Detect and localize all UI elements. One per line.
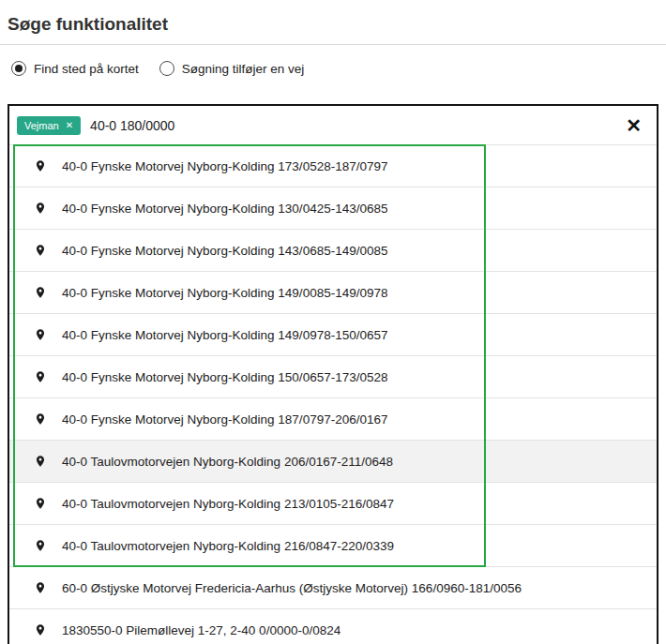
result-item[interactable]: 1830550-0 Pilemøllevej 1-27, 2-40 0/0000… xyxy=(9,608,657,644)
result-item[interactable]: 40-0 Fynske Motorvej Nyborg-Kolding 149/… xyxy=(9,271,657,313)
search-bar[interactable]: Vejman ✕ 40-0 180/0000 ✕ xyxy=(9,106,657,144)
result-label: 40-0 Fynske Motorvej Nyborg-Kolding 150/… xyxy=(62,370,387,384)
radio-selected-icon xyxy=(11,61,26,76)
result-list: 40-0 Fynske Motorvej Nyborg-Kolding 173/… xyxy=(9,144,657,644)
result-label: 40-0 Fynske Motorvej Nyborg-Kolding 187/… xyxy=(62,412,387,427)
result-item[interactable]: 40-0 Taulovmotorvejen Nyborg-Kolding 213… xyxy=(9,482,657,524)
location-pin-icon xyxy=(34,326,47,343)
location-pin-icon xyxy=(34,368,47,385)
location-pin-icon xyxy=(34,284,47,301)
result-label: 40-0 Fynske Motorvej Nyborg-Kolding 130/… xyxy=(62,202,387,216)
clear-search-icon[interactable]: ✕ xyxy=(622,114,645,137)
tag-remove-icon[interactable]: ✕ xyxy=(66,121,73,130)
vejman-filter-tag: Vejman ✕ xyxy=(17,116,81,135)
result-item[interactable]: 40-0 Fynske Motorvej Nyborg-Kolding 149/… xyxy=(9,313,657,355)
radio-label: Søgning tilføjer en vej xyxy=(182,62,305,76)
result-label: 40-0 Fynske Motorvej Nyborg-Kolding 149/… xyxy=(62,286,387,300)
result-item[interactable]: 40-0 Fynske Motorvej Nyborg-Kolding 150/… xyxy=(9,355,657,397)
result-label: 1830550-0 Pilemøllevej 1-27, 2-40 0/0000… xyxy=(62,623,341,637)
result-label: 40-0 Fynske Motorvej Nyborg-Kolding 143/… xyxy=(62,244,387,258)
page-title: Søge funktionalitet xyxy=(8,13,658,36)
result-label: 40-0 Fynske Motorvej Nyborg-Kolding 173/… xyxy=(62,159,387,173)
radio-label: Find sted på kortet xyxy=(34,62,139,76)
location-pin-icon xyxy=(34,157,47,174)
result-label: 40-0 Taulovmotorvejen Nyborg-Kolding 213… xyxy=(62,497,394,511)
search-dropdown-panel: Vejman ✕ 40-0 180/0000 ✕ 40-0 Fynske Mot… xyxy=(8,104,658,644)
location-pin-icon xyxy=(34,411,47,427)
title-divider xyxy=(0,44,666,45)
location-pin-icon xyxy=(34,453,47,470)
result-item[interactable]: 40-0 Taulovmotorvejen Nyborg-Kolding 216… xyxy=(9,524,657,566)
search-functionality-page: Søge funktionalitet Find sted på kortet … xyxy=(0,13,666,644)
radio-find-sted-paa-kortet[interactable]: Find sted på kortet xyxy=(11,61,139,76)
radio-unselected-icon xyxy=(159,61,174,76)
result-item[interactable]: 40-0 Fynske Motorvej Nyborg-Kolding 130/… xyxy=(9,187,657,229)
location-pin-icon xyxy=(34,200,47,217)
search-mode-radio-group: Find sted på kortet Søgning tilføjer en … xyxy=(11,60,658,77)
result-item-highlighted[interactable]: 40-0 Taulovmotorvejen Nyborg-Kolding 206… xyxy=(9,440,657,482)
radio-soegning-tilfoejer-en-vej[interactable]: Søgning tilføjer en vej xyxy=(159,61,305,76)
location-pin-icon xyxy=(34,242,47,259)
location-pin-icon xyxy=(34,495,47,512)
result-label: 40-0 Taulovmotorvejen Nyborg-Kolding 206… xyxy=(62,455,393,469)
search-input[interactable]: 40-0 180/0000 xyxy=(90,118,622,133)
result-label: 40-0 Fynske Motorvej Nyborg-Kolding 149/… xyxy=(62,328,387,342)
result-label: 60-0 Østjyske Motorvej Fredericia-Aarhus… xyxy=(62,581,522,595)
location-pin-icon xyxy=(34,537,47,554)
location-pin-icon xyxy=(34,579,47,596)
result-item[interactable]: 60-0 Østjyske Motorvej Fredericia-Aarhus… xyxy=(9,566,657,608)
result-item[interactable]: 40-0 Fynske Motorvej Nyborg-Kolding 187/… xyxy=(9,397,657,440)
location-pin-icon xyxy=(34,622,47,638)
result-item[interactable]: 40-0 Fynske Motorvej Nyborg-Kolding 143/… xyxy=(9,229,657,271)
result-label: 40-0 Taulovmotorvejen Nyborg-Kolding 216… xyxy=(62,539,394,553)
tag-label: Vejman xyxy=(24,120,59,131)
result-item[interactable]: 40-0 Fynske Motorvej Nyborg-Kolding 173/… xyxy=(9,144,657,187)
